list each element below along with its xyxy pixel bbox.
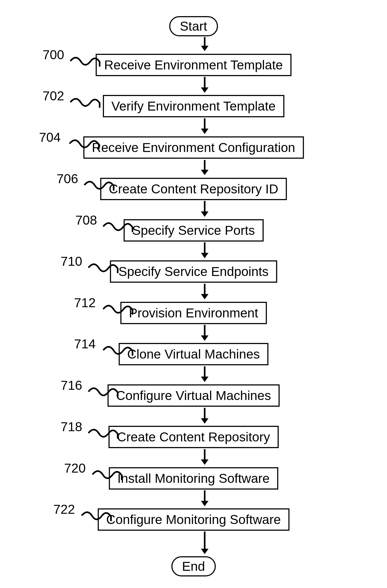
- squiggle-connector: [88, 263, 120, 282]
- step-box: Specify Service Endpoints: [110, 260, 277, 283]
- step-ref: 718: [61, 419, 82, 434]
- end-terminator: End: [171, 556, 216, 576]
- step-box: Receive Environment Template: [96, 54, 291, 76]
- step-box: Receive Environment Configuration: [83, 136, 304, 159]
- step-ref: 706: [57, 171, 78, 186]
- squiggle-connector: [69, 56, 102, 75]
- step-box: Verify Environment Template: [103, 95, 284, 117]
- svg-marker-13: [201, 294, 208, 299]
- squiggle-connector: [81, 511, 113, 530]
- squiggle-connector: [102, 346, 135, 364]
- step-box: Configure Monitoring Software: [97, 508, 289, 531]
- svg-marker-17: [201, 377, 208, 382]
- svg-marker-1: [201, 46, 208, 51]
- step-box: Clone Virtual Machines: [118, 343, 269, 365]
- step-ref: 708: [75, 213, 97, 228]
- step-ref: 722: [53, 502, 75, 517]
- svg-marker-15: [201, 335, 208, 341]
- svg-marker-9: [201, 211, 208, 217]
- step-ref: 710: [61, 254, 82, 269]
- svg-marker-5: [201, 129, 208, 134]
- svg-marker-19: [201, 418, 208, 424]
- squiggle-connector: [102, 222, 135, 241]
- step-box: Create Content Repository: [108, 426, 278, 448]
- step-ref: 720: [64, 461, 86, 476]
- step-box: Create Content Repository ID: [100, 178, 287, 200]
- squiggle-connector: [88, 428, 120, 447]
- svg-marker-25: [201, 549, 208, 554]
- step-ref: 714: [74, 336, 96, 351]
- step-box: Install Monitoring Software: [109, 467, 278, 490]
- step-ref: 712: [74, 295, 96, 310]
- step-box: Provision Environment: [120, 302, 267, 324]
- step-box: Configure Virtual Machines: [107, 384, 280, 407]
- step-ref: 716: [61, 378, 82, 393]
- squiggle-connector: [83, 180, 116, 199]
- squiggle-connector: [88, 387, 120, 406]
- step-ref: 702: [43, 88, 64, 103]
- step-ref: 700: [43, 47, 64, 62]
- squiggle-connector: [69, 139, 101, 158]
- step-box: Specify Service Ports: [123, 219, 263, 242]
- squiggle-connector: [69, 98, 102, 116]
- svg-marker-3: [201, 87, 208, 93]
- step-ref: 704: [39, 130, 61, 145]
- svg-marker-23: [201, 501, 208, 506]
- start-terminator: Start: [169, 16, 218, 36]
- svg-marker-7: [201, 170, 208, 175]
- squiggle-connector: [92, 470, 124, 489]
- svg-marker-11: [201, 253, 208, 258]
- svg-marker-21: [201, 459, 208, 465]
- squiggle-connector: [102, 304, 135, 323]
